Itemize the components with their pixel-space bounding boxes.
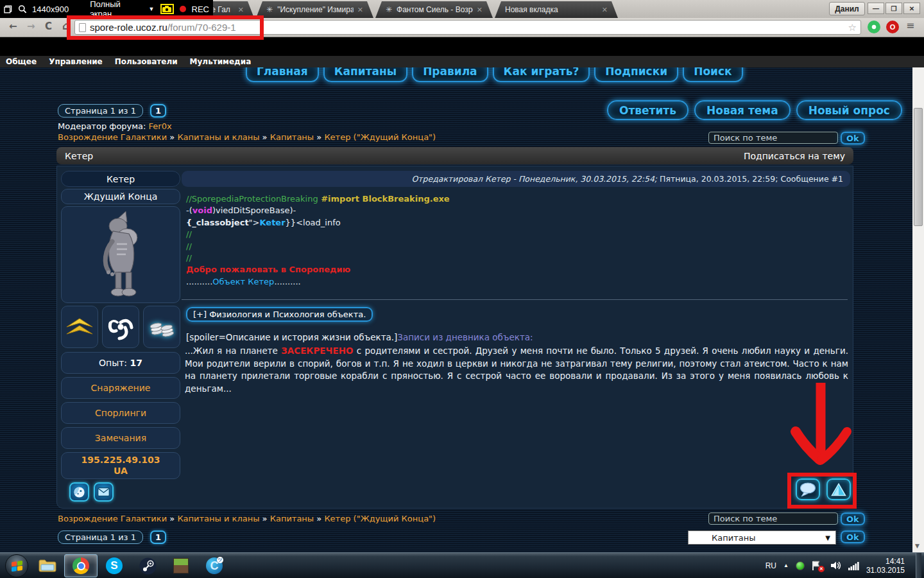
equipment-link-cell[interactable]: Снаряжение: [61, 377, 180, 399]
minecraft-icon: [173, 558, 189, 574]
back-icon[interactable]: ←: [9, 21, 17, 32]
scrollbar-thumb[interactable]: [914, 108, 923, 226]
crumb-topic-subtitle: ("Ждущий Конца"): [354, 132, 436, 142]
buttons-highlight-annotation: [787, 473, 857, 509]
forum-jump-ok-button[interactable]: Ok: [841, 530, 865, 543]
forward-icon[interactable]: →: [27, 21, 35, 32]
breadcrumb: Возрождение Галактики » Капитаны и кланы…: [58, 132, 436, 142]
post-story-text: ...Жил я на планете ЗАСЕКРЕЧЕНО с родите…: [185, 345, 848, 395]
pager-page-1[interactable]: 1: [150, 530, 166, 544]
crumb-topic-subtitle: ("Ждущий Конца"): [354, 514, 436, 523]
screenshot-camera-button[interactable]: [160, 4, 174, 14]
subscribe-link[interactable]: Подписаться на тему: [744, 151, 845, 161]
reply-button[interactable]: Ответить: [607, 100, 689, 120]
system-tray: RU ▲ ✕ 14:41 31.03.2015: [766, 553, 924, 578]
pager-page-1[interactable]: 1: [150, 104, 166, 118]
crumb-topic[interactable]: Кетер: [324, 132, 350, 142]
tab-label: Новая вкладка: [505, 5, 558, 14]
tab-new-tab[interactable]: Новая вкладка ✕: [495, 1, 618, 18]
topic-search-ok-button[interactable]: Ok: [841, 132, 865, 144]
tab-close-icon[interactable]: ✕: [238, 6, 244, 14]
topic-search-input-bottom[interactable]: [708, 512, 838, 525]
taskbar-app-c-button[interactable]: C ツ: [198, 554, 231, 577]
scrollbar-down-icon[interactable]: ▼: [915, 543, 920, 549]
sporelings-link-cell[interactable]: Спорлинги: [61, 402, 180, 424]
forum-jump-select[interactable]: Капитаны ▼: [688, 530, 836, 545]
topic-title: Кетер: [65, 151, 93, 161]
crumb-root[interactable]: Возрождение Галактики: [58, 514, 167, 523]
topic-search-ok-button-bottom[interactable]: Ok: [841, 512, 865, 525]
experience-cell: Опыт: 17: [61, 352, 180, 374]
crumb-section[interactable]: Капитаны и кланы: [177, 514, 259, 523]
coins-cell[interactable]: [143, 306, 180, 348]
crumb-section[interactable]: Капитаны и кланы: [177, 132, 259, 142]
chrome-profile-button[interactable]: Данил: [829, 2, 865, 15]
start-button[interactable]: [5, 554, 28, 577]
admin-menu-management[interactable]: Управление: [49, 57, 103, 66]
crumb-topic[interactable]: Кетер: [324, 514, 350, 523]
profile-button[interactable]: [69, 482, 89, 502]
admin-menu-general[interactable]: Общее: [6, 57, 37, 66]
taskbar-explorer-button[interactable]: [31, 554, 64, 577]
moderator-link[interactable]: Fer0x: [149, 121, 172, 131]
network-signal-icon[interactable]: [848, 561, 859, 570]
show-desktop-button[interactable]: [916, 553, 921, 578]
extension-red-icon[interactable]: O: [886, 21, 899, 33]
dropdown-caret-icon[interactable]: ▼: [149, 6, 155, 12]
post-author-rank: Ждущий Конца: [61, 189, 180, 204]
camera-icon: [162, 6, 171, 12]
tab-iskuplenie[interactable]: ✳ "Искупление" Измира - Г ✕: [256, 1, 373, 18]
volume-icon[interactable]: [830, 561, 841, 570]
forum-jump-value: Капитаны: [712, 533, 755, 543]
ip-cell: 195.225.49.103 UA: [61, 452, 180, 479]
clock[interactable]: 14:41 31.03.2015: [866, 557, 909, 575]
restore-button[interactable]: ❐: [886, 3, 902, 14]
tab-close-icon[interactable]: ✕: [602, 6, 608, 14]
bookmark-star-icon[interactable]: ☆: [848, 22, 857, 33]
pager-bottom: Страница 1 из 1 1: [58, 530, 166, 544]
page-scrollbar[interactable]: ▼: [912, 67, 924, 552]
crumb-forum[interactable]: Капитаны: [270, 514, 314, 523]
pager-label: Страница 1 из 1: [58, 104, 143, 118]
language-indicator[interactable]: RU: [766, 561, 776, 570]
galaxy-cell[interactable]: [102, 306, 139, 348]
admin-menu-users[interactable]: Пользователи: [115, 57, 178, 66]
topic-search-input[interactable]: [708, 132, 838, 144]
red-arrow-annotation: [791, 383, 856, 475]
refresh-icon[interactable]: C: [45, 21, 52, 32]
award-cell[interactable]: [61, 306, 98, 348]
crumb-root[interactable]: Возрождение Галактики: [58, 132, 167, 142]
taskbar-steam-button[interactable]: [131, 554, 164, 577]
window-restore-icon[interactable]: [4, 5, 12, 13]
crumb-forum[interactable]: Капитаны: [270, 132, 314, 142]
menu-icon[interactable]: ≡: [906, 19, 914, 31]
magnifier-icon[interactable]: [18, 4, 27, 13]
rank-chevron-icon: [65, 317, 94, 337]
taskbar-chrome-button[interactable]: [64, 554, 98, 577]
minimize-button[interactable]: —: [868, 3, 884, 14]
tab-close-icon[interactable]: ✕: [357, 6, 363, 14]
new-poll-button[interactable]: Новый опрос: [796, 100, 902, 120]
tab-close-icon[interactable]: ✕: [477, 6, 483, 14]
spoiler-toggle-button[interactable]: [+] Физиология и Психология объекта.: [186, 307, 373, 322]
pager-label: Страница 1 из 1: [58, 530, 143, 544]
extension-green-icon[interactable]: [868, 21, 880, 33]
topic-title-bar: Кетер Подписаться на тему: [56, 147, 853, 164]
tab-fantom-siel[interactable]: ✳ Фантом Сиель - Возрожд ✕: [375, 1, 493, 18]
spore-favicon-icon: ✳: [386, 6, 393, 14]
admin-menu-multimedia[interactable]: Мультимедиа: [190, 57, 252, 66]
taskbar-skype-button[interactable]: S: [98, 554, 131, 577]
taskbar-minecraft-button[interactable]: [164, 554, 198, 577]
tray-green-status-icon[interactable]: [796, 561, 805, 570]
diary-label: Записи из дневника объекта:: [397, 332, 533, 342]
warnings-link-cell[interactable]: Замечания: [61, 427, 180, 449]
explorer-icon: [38, 559, 56, 573]
action-center-flag-icon[interactable]: ✕: [812, 561, 823, 571]
moderator-line: Модератор форума: Fer0x: [58, 121, 172, 131]
private-message-button[interactable]: [94, 482, 114, 502]
close-button[interactable]: ✕: [903, 3, 920, 14]
tray-expand-icon[interactable]: ▲: [783, 563, 789, 568]
post-author[interactable]: Кетер: [61, 171, 180, 187]
new-topic-button[interactable]: Новая тема: [694, 100, 791, 120]
ucoz-admin-bar: Общее Управление Пользователи Мультимеди…: [0, 56, 924, 67]
